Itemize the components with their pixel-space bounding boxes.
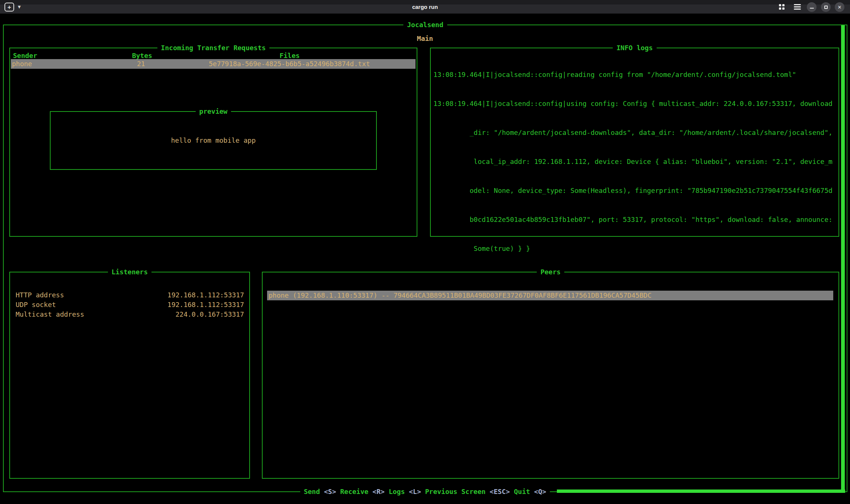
transfer-bytes: 21 [119, 59, 163, 69]
window-title: cargo run [412, 4, 438, 10]
peer-row-selected[interactable]: phone (192.168.1.110:53317) -- 794664CA3… [267, 291, 833, 300]
listener-row: HTTP address 192.168.1.112:53317 [10, 290, 249, 300]
maximize-icon [824, 6, 828, 9]
log-line: _dir: "/home/ardent/jocalsend-downloads"… [433, 128, 838, 138]
tab-dropdown-button[interactable]: ▼ [18, 5, 21, 9]
minimize-button[interactable] [807, 2, 817, 12]
keybind-send: Send <S> [304, 487, 336, 497]
listeners-panel: Listeners HTTP address 192.168.1.112:533… [9, 272, 250, 479]
new-tab-button[interactable]: + [4, 3, 14, 12]
screen-title: Main [0, 34, 850, 43]
listener-row: UDP socket 192.168.1.112:53317 [10, 300, 249, 310]
peers-title: Peers [537, 267, 564, 277]
close-icon: ✕ [838, 4, 842, 10]
listener-value: 192.168.1.112:53317 [167, 300, 249, 310]
hamburger-icon [794, 4, 801, 5]
incoming-transfers-panel: Incoming Transfer Requests Sender Bytes … [9, 48, 417, 237]
maximize-button[interactable] [821, 2, 831, 12]
log-line: b0cd1622e501ac4b859c13fb1eb07", port: 53… [433, 215, 838, 224]
info-logs-panel: INFO logs 13:08:19.464|I|jocalsend::conf… [430, 48, 839, 237]
window-titlebar: + ▼ cargo run ✕ [0, 0, 850, 14]
chevron-down-icon: ▼ [18, 5, 21, 9]
transfer-files: 5e77918a-569e-4825-b6b5-a52496b3874d.txt [163, 59, 416, 69]
tab-overview-button[interactable] [779, 4, 785, 10]
log-line: Some(true) } } [433, 244, 838, 253]
close-button[interactable]: ✕ [835, 2, 844, 12]
log-line: local_ip_addr: 192.168.1.112, device: De… [433, 157, 838, 167]
listener-value: 192.168.1.112:53317 [167, 290, 249, 300]
terminal-screen: Jocalsend Main Incoming Transfer Request… [0, 14, 850, 504]
vertical-scrollbar[interactable] [841, 25, 845, 492]
menu-button[interactable] [794, 4, 801, 10]
log-line: 13:08:19.464|I|jocalsend::config|using c… [433, 99, 838, 109]
listener-value: 224.0.0.167:53317 [176, 310, 249, 319]
log-line: 13:08:19.464|I|jocalsend::config|reading… [433, 70, 838, 80]
keybind-statusbar: Send <S> Receive <R> Logs <L> Previous S… [300, 487, 550, 497]
plus-icon: + [7, 4, 11, 10]
transfer-sender: phone [11, 59, 119, 69]
app-title: Jocalsend [403, 20, 447, 30]
keybind-logs: Logs <L> [389, 487, 421, 497]
keybind-quit: Quit <Q> [514, 487, 546, 497]
preview-panel: preview hello from mobile app [50, 111, 377, 170]
listeners-title: Listeners [108, 267, 152, 277]
horizontal-scrollbar[interactable] [557, 490, 845, 493]
listener-row: Multicast address 224.0.0.167:53317 [10, 310, 249, 319]
log-line: odel: None, device_type: Some(Headless),… [433, 186, 838, 196]
listener-list: HTTP address 192.168.1.112:53317 UDP soc… [10, 290, 249, 319]
minimize-icon [810, 8, 814, 9]
keybind-receive: Receive <R> [340, 487, 385, 497]
keybind-previous-screen: Previous Screen <ESC> [425, 487, 510, 497]
listener-label: UDP socket [10, 300, 56, 310]
grid-icon [779, 4, 781, 6]
incoming-transfer-row-selected[interactable]: phone 21 5e77918a-569e-4825-b6b5-a52496b… [11, 59, 416, 69]
listener-label: HTTP address [10, 290, 64, 300]
listener-label: Multicast address [10, 310, 84, 319]
preview-content: hello from mobile app [51, 112, 376, 169]
peers-panel: Peers phone (192.168.1.110:53317) -- 794… [262, 272, 839, 479]
